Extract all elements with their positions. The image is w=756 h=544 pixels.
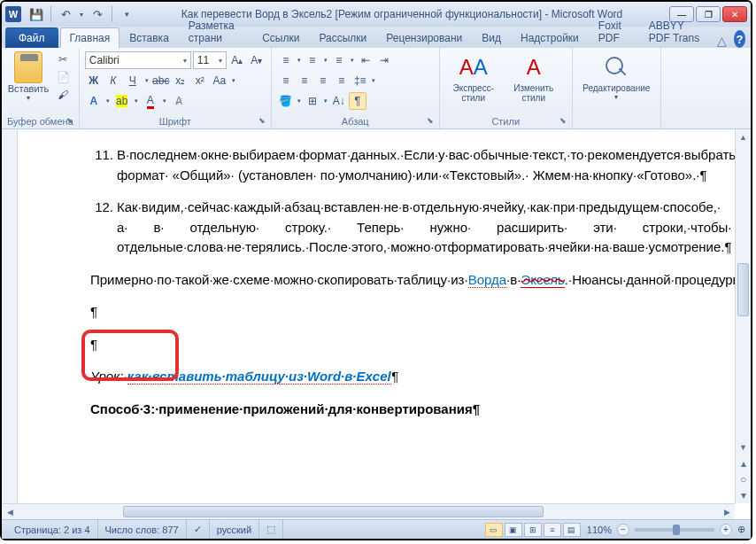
zoom-fit-button[interactable]: ⊕ [737,524,745,535]
list-item-text: Как·видим,·сейчас·каждый·абзац·вставлен·… [117,198,732,258]
save-button[interactable]: 💾 [27,4,46,24]
increase-indent-button[interactable]: ⇥ [375,51,393,69]
quick-styles-button[interactable]: AA Экспресс-стили [445,51,502,103]
undo-dropdown[interactable]: ▾ [77,4,86,24]
find-button[interactable]: Редактирование ▾ [578,51,655,101]
prev-page-button[interactable]: ▴ [736,455,751,471]
zoom-slider[interactable] [635,528,714,532]
scroll-left-button[interactable]: ◀ [2,504,18,519]
underline-button[interactable]: Ч [124,72,142,89]
group-styles: AA Экспресс-стили A Изменить стили Стили… [440,48,573,128]
highlight-dropdown[interactable]: ▾ [133,92,140,110]
numbering-button[interactable]: ≡ [304,51,321,69]
shading-button[interactable]: 🪣 [277,92,295,110]
hscroll-track[interactable] [18,504,719,519]
redo-button[interactable]: ↷ [88,4,107,24]
hyperlink[interactable]: Эксель [521,272,564,288]
paste-button[interactable]: Вставить ▾ [7,51,50,103]
strikethrough-button[interactable]: abc [152,72,170,89]
subscript-button[interactable]: x₂ [172,72,189,89]
tab-references[interactable]: Ссылки [252,27,309,48]
align-right-button[interactable]: ≡ [314,72,332,89]
view-full-screen[interactable]: ▣ [505,523,522,537]
browse-object-button[interactable]: ○ [736,471,751,487]
scroll-up-button[interactable]: ▲ [736,129,751,145]
status-proofing[interactable]: ✓ [187,520,210,539]
clipboard-launcher[interactable]: ⬊ [66,116,77,127]
font-size-combo[interactable]: 11▾ [193,51,227,69]
effects-dropdown[interactable]: ▾ [104,92,112,110]
horizontal-scrollbar[interactable]: ◀ ▶ [2,503,735,519]
show-hide-marks-button[interactable]: ¶ [349,92,366,110]
clear-formatting-button[interactable]: A̷ [170,92,188,110]
scroll-thumb[interactable] [737,263,749,316]
qat-customize[interactable]: ▾ [117,4,136,24]
view-print-layout[interactable]: ▭ [485,523,503,537]
scroll-down-button[interactable]: ▼ [736,439,751,455]
styles-launcher[interactable]: ⬊ [559,116,570,127]
format-painter-button[interactable]: 🖌 [53,87,73,103]
color-dropdown[interactable]: ▾ [161,92,168,110]
status-language[interactable]: русский [210,520,259,539]
status-insert-mode[interactable]: ⬚ [259,520,283,539]
copy-button[interactable]: 📄 [53,69,73,85]
case-dropdown[interactable]: ▾ [230,72,237,89]
tab-review[interactable]: Рецензировани [376,27,472,48]
vertical-scrollbar[interactable]: ▲ ▼ ▴ ○ ▾ [735,129,751,503]
align-center-button[interactable]: ≡ [296,72,313,89]
hyperlink[interactable]: Ворда [468,272,506,288]
scroll-track[interactable] [736,145,751,439]
undo-button[interactable]: ↶ [56,4,75,24]
bullets-button[interactable]: ≡ [277,51,295,69]
document-page[interactable]: 11. В·последнем·окне·выбираем·формат·дан… [2,129,735,440]
tab-file[interactable]: Файл [5,27,58,48]
view-outline[interactable]: ≡ [544,523,561,537]
change-styles-button[interactable]: A Изменить стили [505,51,562,103]
cut-button[interactable]: ✂ [53,51,73,67]
highlight-button[interactable]: ab [113,92,131,110]
tab-layout[interactable]: Разметка страни [179,15,252,48]
tab-insert[interactable]: Вставка [120,27,179,48]
sort-button[interactable]: A↓ [330,92,348,110]
zoom-out-button[interactable]: − [617,524,629,536]
scroll-right-button[interactable]: ▶ [719,504,735,519]
font-color-button[interactable]: A [142,92,159,110]
justify-button[interactable]: ≡ [333,72,351,89]
bold-button[interactable]: Ж [85,72,103,89]
zoom-slider-thumb[interactable] [673,525,680,535]
paragraph-launcher[interactable]: ⬊ [427,116,437,127]
align-left-button[interactable]: ≡ [277,72,295,89]
tab-view[interactable]: Вид [472,27,511,48]
font-launcher[interactable]: ⬊ [258,116,269,127]
text-effects-button[interactable]: A [85,92,103,110]
status-word-count[interactable]: Число слов: 877 [98,520,187,539]
tab-foxit[interactable]: Foxit PDF [589,15,639,48]
ribbon-minimize[interactable]: △ [717,34,727,48]
tab-addins[interactable]: Надстройки [511,27,589,48]
tab-abbyy[interactable]: ABBYY PDF Trans [639,15,717,48]
zoom-level[interactable]: 110% [587,525,612,535]
change-case-button[interactable]: Aa [211,72,228,89]
line-spacing-button[interactable]: ‡≡ [351,72,369,89]
group-clipboard-label: Буфер обмена [7,114,73,127]
help-button[interactable]: ? [734,30,745,48]
multilevel-button[interactable]: ≡ [330,51,348,69]
next-page-button[interactable]: ▾ [736,487,751,503]
shrink-font-button[interactable]: A▾ [248,51,266,69]
hyperlink[interactable]: как·вставить·таблицу·из·Word·в·Excel [127,369,391,385]
tab-home[interactable]: Главная [60,27,120,48]
hscroll-thumb[interactable] [123,506,544,517]
status-page[interactable]: Страница: 2 из 4 [7,520,98,539]
underline-dropdown[interactable]: ▾ [143,72,150,89]
zoom-in-button[interactable]: + [720,524,732,536]
superscript-button[interactable]: x² [191,72,209,89]
grow-font-button[interactable]: A▴ [228,51,246,69]
decrease-indent-button[interactable]: ⇤ [357,51,374,69]
view-web-layout[interactable]: ⊞ [524,523,542,537]
view-draft[interactable]: ▤ [563,523,581,537]
tab-mailings[interactable]: Рассылки [309,27,376,48]
close-button[interactable]: ✕ [722,6,747,22]
borders-button[interactable]: ⊞ [304,92,321,110]
font-name-combo[interactable]: Calibri▾ [85,51,191,69]
italic-button[interactable]: К [104,72,122,89]
